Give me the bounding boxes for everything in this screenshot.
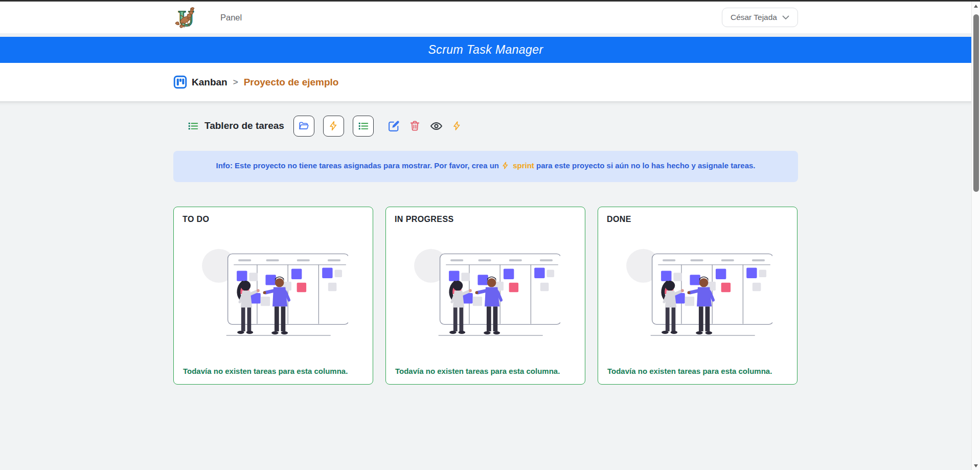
breadcrumb-kanban-label: Kanban [192, 77, 227, 88]
nav-panel-link[interactable]: Panel [220, 13, 242, 23]
arrow-down-icon [974, 464, 978, 467]
board-title: Tablero de tareas [204, 120, 284, 131]
list-icon [358, 121, 369, 131]
kanban-column-todo: TO DO Todavía no existen tareas para est… [173, 207, 373, 385]
edit-icon[interactable] [388, 120, 400, 132]
kanban-icon [173, 75, 187, 89]
user-menu-button[interactable]: César Tejada [722, 8, 798, 27]
arrow-up-icon [974, 5, 978, 8]
kanban-illustration [395, 224, 576, 366]
backlog-button[interactable] [353, 116, 374, 137]
vertical-scrollbar[interactable] [971, 2, 980, 470]
breadcrumb-project-label: Proyecto de ejemplo [244, 77, 339, 88]
eye-icon[interactable] [429, 120, 443, 132]
toolbar-action-icons [388, 120, 462, 132]
bolt-icon [502, 161, 509, 173]
toolbar-button-group [293, 116, 374, 137]
app-banner: Scrum Task Manager [0, 37, 971, 63]
kanban-illustration [607, 224, 788, 366]
column-empty-text: Todavía no existen tareas para esta colu… [395, 366, 576, 377]
sprint-button[interactable] [323, 116, 344, 137]
bolt-icon [328, 120, 338, 131]
page: U Panel [0, 2, 971, 470]
scorpion-logo-icon: U [174, 5, 198, 30]
kanban-board: TO DO Todavía no existen tareas para est… [173, 207, 798, 385]
alert-text-prefix: Info: Este proyecto no tiene tareas asig… [216, 161, 499, 170]
app-title: Scrum Task Manager [428, 43, 543, 57]
breadcrumb-kanban-link[interactable]: Kanban [173, 75, 227, 89]
board-toolbar: Tablero de tareas [173, 114, 798, 138]
info-alert: Info: Este proyecto no tiene tareas asig… [173, 151, 798, 182]
alert-text-suffix: para este proyecto si aún no lo has hech… [536, 161, 756, 170]
breadcrumb-bar: Kanban > Proyecto de ejemplo [0, 63, 971, 101]
sprint-link-label: sprint [513, 161, 534, 170]
list-icon [188, 121, 198, 131]
main-content: Tablero de tareas [0, 101, 971, 470]
column-empty-text: Todavía no existen tareas para esta colu… [183, 366, 364, 377]
folder-icon [298, 120, 309, 131]
column-title: DONE [607, 215, 788, 224]
kanban-column-inprogress: IN PROGRESS Todavía no existen tareas pa… [385, 207, 585, 385]
column-title: IN PROGRESS [395, 215, 576, 224]
column-title: TO DO [183, 215, 364, 224]
sprint-link[interactable]: sprint [499, 161, 534, 170]
window-top-edge [0, 0, 980, 2]
kanban-illustration [183, 224, 364, 366]
breadcrumb-separator: > [233, 77, 238, 87]
chevron-down-icon [782, 15, 789, 20]
trash-icon[interactable] [409, 120, 421, 132]
open-project-button[interactable] [293, 116, 314, 137]
column-empty-text: Todavía no existen tareas para esta colu… [607, 366, 788, 377]
bolt-icon[interactable] [452, 120, 462, 131]
navbar-divider [0, 33, 971, 37]
navbar: U Panel [0, 2, 971, 33]
scroll-up-button[interactable] [972, 2, 980, 10]
brand-logo[interactable]: U [173, 4, 199, 31]
kanban-column-done: DONE Todavía no existen tareas para esta… [598, 207, 797, 385]
user-name: César Tejada [731, 13, 777, 22]
scroll-down-button[interactable] [972, 461, 980, 470]
scrollbar-thumb[interactable] [973, 14, 979, 192]
